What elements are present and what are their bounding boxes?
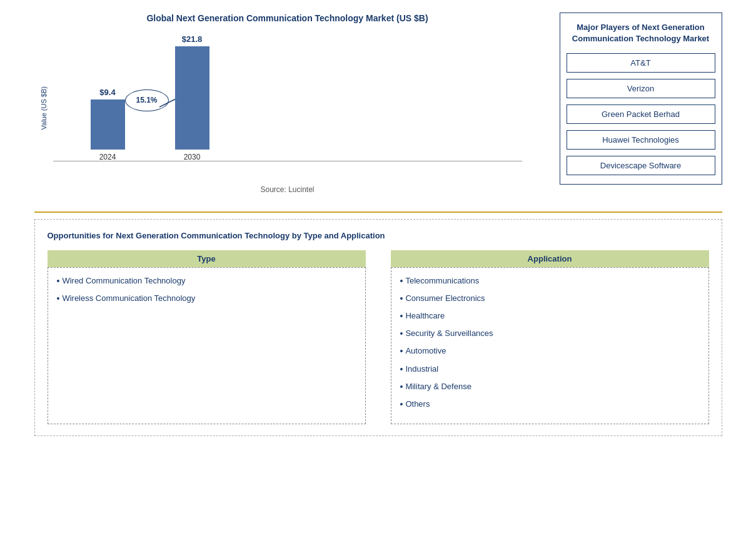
- players-title: Major Players of Next Generation Communi…: [567, 22, 715, 44]
- app-item-others-label: Others: [405, 399, 430, 410]
- type-item-wired-label: Wired Communication Technology: [62, 275, 185, 287]
- section-divider: [34, 211, 722, 213]
- cagr-value: 15.1%: [136, 96, 157, 104]
- chart-title: Global Next Generation Communication Tec…: [34, 13, 541, 25]
- bullet-telecom: •: [400, 275, 403, 287]
- source-label: Source: Lucintel: [34, 185, 541, 194]
- app-item-automotive-label: Automotive: [405, 345, 446, 357]
- bullet-security: •: [400, 328, 403, 339]
- y-axis-label: Value (US $B): [40, 86, 48, 130]
- type-column: Type • Wired Communication Technology • …: [48, 250, 366, 425]
- bar-2024: $9.4 2024: [91, 88, 125, 161]
- opportunities-grid: Type • Wired Communication Technology • …: [48, 250, 709, 425]
- bar-2024-value: $9.4: [99, 88, 115, 97]
- player-green-packet: Green Packet Berhad: [567, 104, 715, 124]
- app-item-telecom-label: Telecommunications: [405, 275, 479, 287]
- bullet-wired: •: [57, 275, 60, 287]
- opportunities-title: Opportunities for Next Generation Commun…: [48, 231, 709, 240]
- top-section: Global Next Generation Communication Tec…: [34, 13, 722, 200]
- type-item-wireless: • Wireless Communication Technology: [57, 293, 356, 304]
- bar-2024-year: 2024: [99, 153, 116, 161]
- bar-2030: $21.8 2030: [175, 34, 209, 161]
- type-header: Type: [48, 250, 366, 267]
- type-list: • Wired Communication Technology • Wirel…: [48, 267, 366, 425]
- bullet-healthcare: •: [400, 310, 403, 322]
- player-devicescape: Devicescape Software: [567, 156, 715, 175]
- app-item-healthcare-label: Healthcare: [405, 310, 445, 322]
- bar-2030-rect: [175, 46, 209, 150]
- player-huawei: Huawei Technologies: [567, 130, 715, 150]
- player-verizon: Verizon: [567, 79, 715, 98]
- app-item-consumer: • Consumer Electronics: [400, 293, 700, 304]
- type-item-wireless-label: Wireless Communication Technology: [62, 293, 195, 304]
- bar-2030-value: $21.8: [182, 34, 203, 44]
- app-item-military: • Military & Defense: [400, 381, 700, 392]
- bullet-military: •: [400, 381, 403, 392]
- cagr-annotation: 15.1%: [125, 89, 169, 111]
- application-column: Application • Telecommunications • Consu…: [391, 250, 709, 425]
- bar-2024-rect: [91, 99, 125, 150]
- app-item-telecom: • Telecommunications: [400, 275, 700, 287]
- app-item-military-label: Military & Defense: [405, 381, 471, 392]
- players-container: Major Players of Next Generation Communi…: [560, 13, 722, 185]
- application-list: • Telecommunications • Consumer Electron…: [391, 267, 709, 425]
- type-item-wired: • Wired Communication Technology: [57, 275, 356, 287]
- application-header: Application: [391, 250, 709, 267]
- app-item-automotive: • Automotive: [400, 345, 700, 357]
- chart-container: Global Next Generation Communication Tec…: [34, 13, 541, 200]
- bullet-wireless: •: [57, 293, 60, 304]
- app-item-industrial-label: Industrial: [405, 364, 438, 375]
- bullet-consumer: •: [400, 293, 403, 304]
- app-item-healthcare: • Healthcare: [400, 310, 700, 322]
- bullet-others: •: [400, 399, 403, 410]
- bottom-section: Opportunities for Next Generation Commun…: [34, 219, 722, 437]
- app-item-consumer-label: Consumer Electronics: [405, 293, 485, 304]
- bar-2030-year: 2030: [184, 153, 201, 161]
- app-item-industrial: • Industrial: [400, 364, 700, 375]
- app-item-others: • Others: [400, 399, 700, 410]
- player-att: AT&T: [567, 53, 715, 73]
- app-item-security-label: Security & Surveillances: [405, 328, 493, 339]
- main-container: Global Next Generation Communication Tec…: [34, 0, 722, 449]
- bullet-automotive: •: [400, 345, 403, 357]
- app-item-security: • Security & Surveillances: [400, 328, 700, 339]
- bullet-industrial: •: [400, 364, 403, 375]
